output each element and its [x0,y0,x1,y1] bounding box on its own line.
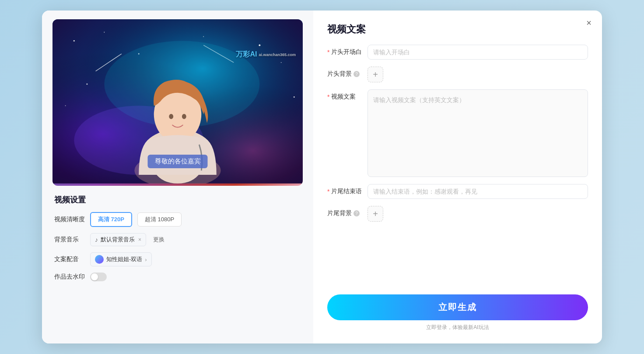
login-hint: 立即登录，体验最新AI玩法 [327,324,588,331]
svg-point-4 [74,40,75,42]
toggle-knob [91,273,98,280]
voice-label: 文案配音 [54,255,85,263]
music-label: 背景音乐 [54,236,85,244]
footer-bg-help-icon[interactable]: ? [354,210,360,216]
quality-1080p-button[interactable]: 超清 1080P [137,212,182,227]
opening-label: * 片头开场白 [327,45,362,56]
music-note-icon: ♪ [95,236,98,243]
music-change-button[interactable]: 更换 [153,236,164,244]
svg-point-9 [281,62,282,63]
content-label: * 视频文案 [327,89,362,101]
watermark-toggle[interactable] [90,273,107,281]
panel-title: 视频文案 [327,23,588,36]
subtitle-bar: 尊敬的各位嘉宾 [148,155,208,168]
settings-title: 视频设置 [54,195,301,205]
close-button[interactable]: × [586,18,592,27]
music-name: 默认背景音乐 [101,236,135,244]
ending-label: * 片尾结束语 [327,184,362,195]
ending-row: * 片尾结束语 [327,184,588,199]
svg-point-7 [203,36,204,37]
svg-point-12 [294,96,295,98]
opening-label-text: 片头开场白 [331,48,362,56]
svg-point-11 [65,105,66,106]
music-remove-button[interactable]: × [138,237,141,243]
video-settings: 视频设置 视频清晰度 高清 720P 超清 1080P 背景音乐 ♪ 默认背景音… [52,195,303,287]
quality-720p-button[interactable]: 高清 720P [90,212,132,227]
voice-name: 知性姐姐-双语 [106,255,142,263]
watermark-url: ai.wanchan365.com [259,53,296,57]
voice-select[interactable]: 知性姐姐-双语 › [90,252,152,266]
footer-bg-label: 片尾背景 ? [327,206,362,217]
footer-bg-label-text: 片尾背景 [327,209,352,217]
content-required-star: * [327,93,329,100]
generate-button[interactable]: 立即生成 [327,294,588,320]
header-bg-help-icon[interactable]: ? [354,71,360,77]
music-tag: ♪ 默认背景音乐 × [90,233,146,246]
opening-required-star: * [327,49,329,56]
voice-row: 文案配音 知性姐姐-双语 › [54,252,301,266]
ending-input[interactable] [368,184,588,199]
opening-input[interactable] [368,45,588,60]
header-bg-row: 片头背景 ? + [327,67,588,82]
content-row: * 视频文案 [327,89,588,177]
quality-label: 视频清晰度 [54,216,85,223]
svg-point-5 [104,32,105,33]
voice-arrow-icon: › [145,256,147,263]
svg-point-19 [169,114,173,119]
watermark-setting-label: 作品去水印 [54,273,85,281]
content-label-text: 视频文案 [331,93,356,101]
header-bg-add-button[interactable]: + [368,67,383,82]
ending-label-text: 片尾结束语 [331,188,362,195]
svg-point-10 [86,83,88,85]
left-panel: 万彩AI ai.wanchan365.com 尊敬的各位嘉宾 视频设置 视频清晰… [42,11,313,343]
svg-point-8 [259,44,260,46]
video-preview: 万彩AI ai.wanchan365.com 尊敬的各位嘉宾 [52,19,303,186]
quality-row: 视频清晰度 高清 720P 超清 1080P [54,212,301,227]
form-section: * 片头开场白 片头背景 ? + * [327,45,588,286]
ending-required-star: * [327,188,329,195]
watermark-row: 作品去水印 [54,273,301,281]
video-watermark: 万彩AI ai.wanchan365.com [236,50,296,59]
modal: 万彩AI ai.wanchan365.com 尊敬的各位嘉宾 视频设置 视频清晰… [42,11,602,343]
modal-overlay: 万彩AI ai.wanchan365.com 尊敬的各位嘉宾 视频设置 视频清晰… [0,0,644,354]
opening-row: * 片头开场白 [327,45,588,60]
header-bg-label: 片头背景 ? [327,67,362,78]
watermark-brand: 万彩AI [236,50,257,59]
right-panel: × 视频文案 * 片头开场白 片头背景 ? + [313,11,602,343]
svg-point-20 [182,114,186,119]
voice-avatar-icon [95,255,104,264]
login-hint-text: 立即登录，体验最新AI玩法 [426,324,489,330]
content-textarea[interactable] [368,89,588,177]
header-bg-label-text: 片头背景 [327,70,352,78]
subtitle-text: 尊敬的各位嘉宾 [155,157,201,165]
footer-bg-add-button[interactable]: + [368,206,383,222]
footer-bg-row: 片尾背景 ? + [327,206,588,222]
music-row: 背景音乐 ♪ 默认背景音乐 × 更换 [54,233,301,246]
